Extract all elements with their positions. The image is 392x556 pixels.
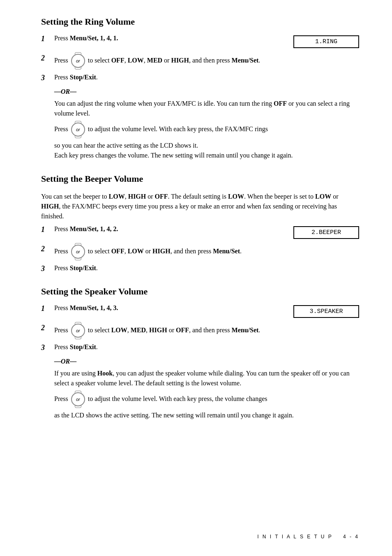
step-content: Press Menu/Set, 1, 4, 1. 1.RING xyxy=(54,35,359,48)
menuset-label: Menu/Set xyxy=(232,327,259,334)
press-label: Press xyxy=(54,248,68,255)
ring-or-para-1: You can adjust the ring volume when your… xyxy=(54,99,359,118)
stopexit-label: Stop/Exit xyxy=(70,264,96,271)
menuset-label: Menu/Set xyxy=(70,304,97,311)
step-content: Press or to select OFF, LOW or HIGH, and… xyxy=(54,245,359,259)
lcd-display-ring: 1.RING xyxy=(293,35,359,48)
or-divider: OR xyxy=(54,88,359,95)
options-high: HIGH xyxy=(171,57,189,64)
menuset-label: Menu/Set xyxy=(213,248,240,255)
options-med: MED xyxy=(147,57,162,64)
menuset-label: Menu/Set xyxy=(232,57,259,64)
options-high: HIGH xyxy=(149,327,167,334)
page-footer: I N I T I A L S E T U P 4 - 4 xyxy=(257,534,359,540)
menuset-label: Menu/Set xyxy=(70,225,97,232)
or-divider: OR xyxy=(54,358,359,365)
ring-step-1: 1 Press Menu/Set, 1, 4, 1. 1.RING xyxy=(41,35,359,48)
step-content: Press or to select LOW, MED, HIGH or OFF… xyxy=(54,324,359,338)
beeper-intro: You can set the beeper to LOW, HIGH or O… xyxy=(41,192,359,221)
ring-step-2: 2 Press or to select OFF, LOW, MED or HI… xyxy=(41,54,359,68)
press-label: Press xyxy=(54,343,68,350)
lcd-display-speaker: 3.SPEAKER xyxy=(293,305,359,318)
step-number: 1 xyxy=(41,304,50,313)
beeper-step-3: 3 Press Stop/Exit. xyxy=(41,264,359,273)
options-low: LOW xyxy=(128,248,144,255)
footer-page: 4 - 4 xyxy=(343,534,359,540)
ring-or-para-2: Press or to adjust the volume level. Wit… xyxy=(54,123,359,137)
step-content: Press Stop/Exit. xyxy=(54,264,359,272)
menuset-label: Menu/Set xyxy=(70,35,97,42)
or-icon: or xyxy=(71,245,85,259)
press-label: Press xyxy=(54,35,68,42)
step-number: 1 xyxy=(41,35,50,43)
step-middle-text: to select xyxy=(88,57,111,64)
step-middle-text: to select xyxy=(88,327,111,334)
step-number: 2 xyxy=(41,245,50,253)
or-icon-2: or xyxy=(71,123,85,137)
beeper-step-1: 1 Press Menu/Set, 1, 4, 2. 2.BEEPER xyxy=(41,225,359,239)
step-content: Press or to select OFF, LOW, MED or HIGH… xyxy=(54,54,359,68)
press-label: Press xyxy=(54,225,68,232)
ring-or-para-3: so you can hear the active setting as th… xyxy=(54,141,359,160)
section-title-speaker: Setting the Speaker Volume xyxy=(41,286,359,297)
speaker-step-2: 2 Press or to select LOW, MED, HIGH or O… xyxy=(41,324,359,338)
speaker-or-para-2: Press or to adjust the volume level. Wit… xyxy=(54,392,359,406)
options-low: LOW xyxy=(111,327,127,334)
options-low: LOW xyxy=(128,57,144,64)
step-number: 2 xyxy=(41,324,50,332)
step-middle-text: to select xyxy=(88,248,111,255)
press-label: Press xyxy=(54,74,68,81)
step-content: Press Stop/Exit. xyxy=(54,343,359,351)
or-icon: or xyxy=(71,324,85,338)
or-icon-speaker: or xyxy=(71,392,85,406)
stopexit-label: Stop/Exit xyxy=(70,74,96,81)
ring-step-3: 3 Press Stop/Exit. xyxy=(41,74,359,82)
step-number: 1 xyxy=(41,225,50,234)
step-text: Press Menu/Set, 1, 4, 2. xyxy=(54,225,118,233)
speaker-step-1: 1 Press Menu/Set, 1, 4, 3. 3.SPEAKER xyxy=(41,304,359,318)
speaker-or-para-3: as the LCD shows the active setting. The… xyxy=(54,410,359,420)
ring-or-section: OR You can adjust the ring volume when y… xyxy=(54,88,359,160)
options-high: HIGH xyxy=(152,248,171,255)
page-content: Setting the Ring Volume 1 Press Menu/Set… xyxy=(41,16,359,420)
options-off: OFF xyxy=(111,248,125,255)
press-label: Press xyxy=(54,304,68,311)
step-number: 3 xyxy=(41,343,50,352)
step-content: Press Menu/Set, 1, 4, 3. 3.SPEAKER xyxy=(54,304,359,318)
step-number: 3 xyxy=(41,264,50,273)
step-text: Press Menu/Set, 1, 4, 1. xyxy=(54,35,118,42)
step-number: 3 xyxy=(41,74,50,82)
section-title-beeper: Setting the Beeper Volume xyxy=(41,174,359,184)
step-text: Press Menu/Set, 1, 4, 3. xyxy=(54,304,118,312)
or-icon: or xyxy=(71,54,85,68)
step-content: Press Stop/Exit. xyxy=(54,74,359,81)
options-med: MED xyxy=(131,327,146,334)
options-off: OFF xyxy=(176,327,189,334)
press-label: Press xyxy=(54,327,68,334)
speaker-step-3: 3 Press Stop/Exit. xyxy=(41,343,359,352)
footer-section: I N I T I A L S E T U P xyxy=(257,534,333,540)
lcd-display-beeper: 2.BEEPER xyxy=(293,226,359,239)
step-content: Press Menu/Set, 1, 4, 2. 2.BEEPER xyxy=(54,225,359,239)
step-number: 2 xyxy=(41,54,50,63)
press-label: Press xyxy=(54,264,68,271)
press-label: Press xyxy=(54,57,68,64)
options-off: OFF xyxy=(111,57,125,64)
section-title-ring: Setting the Ring Volume xyxy=(41,16,359,27)
stopexit-label: Stop/Exit xyxy=(70,343,96,350)
beeper-step-2: 2 Press or to select OFF, LOW or HIGH, a… xyxy=(41,245,359,259)
speaker-or-para-1: If you are using Hook, you can adjust th… xyxy=(54,368,359,388)
speaker-or-section: OR If you are using Hook, you can adjust… xyxy=(54,358,359,420)
